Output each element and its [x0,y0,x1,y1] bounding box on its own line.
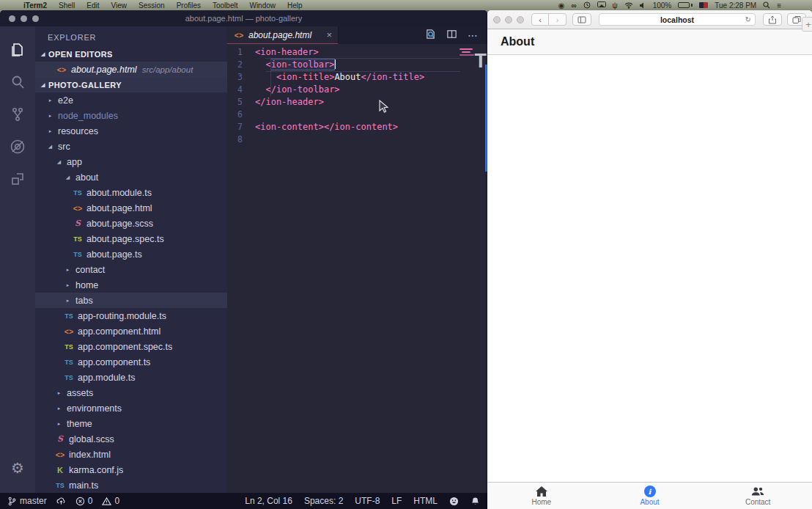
menu-item-toolbelt[interactable]: Toolbelt [207,1,243,10]
new-tab-button[interactable]: + [802,17,812,32]
menu-item-shell[interactable]: Shell [53,1,81,10]
tree-item-about.page.scss[interactable]: Sabout.page.scss [35,216,227,231]
notification-center-icon[interactable]: ≡ [777,1,781,10]
share-button[interactable] [763,13,782,26]
address-bar[interactable]: localhost ↻ [599,13,756,26]
zoom-window-button[interactable] [517,16,524,23]
binoculars-icon[interactable]: ∞ [571,1,576,10]
tree-item-main.ts[interactable]: TSmain.ts [35,477,227,493]
menu-item-iterm2[interactable]: iTerm2 [18,1,53,10]
more-actions-icon[interactable]: ⋯ [468,29,479,41]
menu-item-view[interactable]: View [106,1,133,10]
tree-item-about[interactable]: ◢about [35,169,227,185]
ion-tab-home[interactable]: Home [487,483,596,509]
explorer-icon[interactable] [0,34,35,66]
screen-record-icon[interactable]: ◉ [558,1,565,10]
tree-item-app-routing.module.ts[interactable]: TSapp-routing.module.ts [35,308,227,323]
tree-item-app.component.spec.ts[interactable]: TSapp.component.spec.ts [35,339,227,354]
feedback-smiley-icon[interactable] [449,497,459,506]
code-line-3[interactable]: 3 <ion-title>About</ion-title> [227,71,487,84]
tree-item-src[interactable]: ◢src [35,139,227,154]
errors-item[interactable]: 0 [75,496,93,506]
tree-item-app.component.ts[interactable]: TSapp.component.ts [35,354,227,370]
reload-icon[interactable]: ↻ [745,15,751,23]
open-editor-item[interactable]: <> about.page.html src/app/about [35,62,227,78]
ion-tab-about[interactable]: iAbout [596,483,704,509]
notifications-bell-icon[interactable] [470,497,480,506]
tree-item-e2e[interactable]: ▸e2e [35,92,227,108]
menu-item-edit[interactable]: Edit [81,1,105,10]
tree-item-label: main.ts [69,480,98,491]
code-line-7[interactable]: 7<ion-content></ion-content> [227,121,487,133]
sync-publish-icon[interactable] [56,497,66,506]
warnings-item[interactable]: 0 [102,496,119,506]
tree-item-theme[interactable]: ▸theme [35,416,227,431]
code-line-5[interactable]: 5</ion-header> [227,96,487,109]
tree-item-index.html[interactable]: <>index.html [35,447,227,462]
vscode-title-bar[interactable]: about.page.html — photo-gallery [0,10,487,26]
git-branch-item[interactable]: master [7,496,47,506]
source-control-icon[interactable] [0,98,35,131]
tree-item-app.component.html[interactable]: <>app.component.html [35,323,227,339]
tree-item-about.page.html[interactable]: <>about.page.html [35,200,227,216]
menu-item-profiles[interactable]: Profiles [171,1,207,10]
wifi-icon[interactable] [624,2,633,9]
tree-item-about.page.ts[interactable]: TSabout.page.ts [35,246,227,262]
open-editors-section[interactable]: ◢ OPEN EDITORS [35,47,227,62]
menu-item-help[interactable]: Help [281,1,309,10]
ion-tab-contact[interactable]: Contact [704,483,812,509]
tree-item-assets[interactable]: ▸assets [35,385,227,400]
code-line-6[interactable]: 6 [227,109,487,121]
split-editor-icon[interactable] [446,29,457,43]
spotlight-icon[interactable] [763,1,770,9]
tree-item-about.module.ts[interactable]: TSabout.module.ts [35,185,227,200]
eol-sequence[interactable]: LF [391,496,402,506]
language-mode[interactable]: HTML [413,496,438,506]
input-source-flag-icon[interactable] [699,2,708,8]
tree-item-global.scss[interactable]: Sglobal.scss [35,431,227,447]
tree-item-karma.conf.js[interactable]: Kkarma.conf.js [35,462,227,477]
battery-percent: 100% [653,1,672,10]
forward-button[interactable]: › [549,13,566,26]
menu-item-session[interactable]: Session [133,1,171,10]
settings-gear-icon[interactable]: ⚙ [0,452,35,484]
indentation[interactable]: Spaces: 2 [304,496,343,506]
close-window-button[interactable] [493,16,501,23]
line-number: 8 [227,133,255,146]
code-line-2[interactable]: 2 <ion-toolbar> [227,59,487,71]
back-button[interactable]: ‹ [531,13,549,26]
extensions-icon[interactable] [0,163,35,195]
tree-item-resources[interactable]: ▸resources [35,123,227,139]
project-section[interactable]: ◢ PHOTO-GALLERY [35,78,227,92]
tree-item-app.module.ts[interactable]: TSapp.module.ts [35,370,227,385]
tree-item-home[interactable]: ▸home [35,277,227,293]
clock-status-icon[interactable] [583,1,591,9]
tree-item-node_modules[interactable]: ▸node_modules [35,108,227,123]
tree-item-label: tabs [75,296,93,306]
debug-icon[interactable] [0,131,35,163]
cursor-position[interactable]: Ln 2, Col 16 [245,496,292,506]
find-in-file-icon[interactable] [425,29,436,43]
encoding[interactable]: UTF-8 [355,496,380,506]
tree-item-about.page.spec.ts[interactable]: TSabout.page.spec.ts [35,231,227,246]
display-icon[interactable] [597,1,606,9]
code-line-8[interactable]: 8 [227,133,487,146]
minimize-window-button[interactable] [505,16,512,23]
code-area[interactable]: 1<ion-header>2 <ion-toolbar>3 <ion-title… [227,44,487,493]
usb-icon[interactable]: ψ [613,1,618,10]
volume-icon[interactable] [640,2,646,9]
menu-clock[interactable]: Tue 2:28 PM [715,1,756,10]
sidebar-toggle-button[interactable] [572,13,591,26]
tree-item-tabs[interactable]: ▸tabs [35,293,227,308]
tab-about-page-html[interactable]: <> about.page.html × [227,26,339,44]
menu-item-window[interactable]: Window [243,1,281,10]
search-icon[interactable] [0,66,35,98]
close-tab-icon[interactable]: × [326,29,332,40]
tree-item-contact[interactable]: ▸contact [35,262,227,277]
safari-toolbar[interactable]: ‹ › localhost ↻ + [487,10,812,29]
code-line-4[interactable]: 4 </ion-toolbar> [227,84,487,96]
tree-item-label: contact [75,265,105,275]
code-line-1[interactable]: 1<ion-header> [227,46,487,59]
tree-item-environments[interactable]: ▸environments [35,400,227,416]
tree-item-app[interactable]: ◢app [35,154,227,169]
